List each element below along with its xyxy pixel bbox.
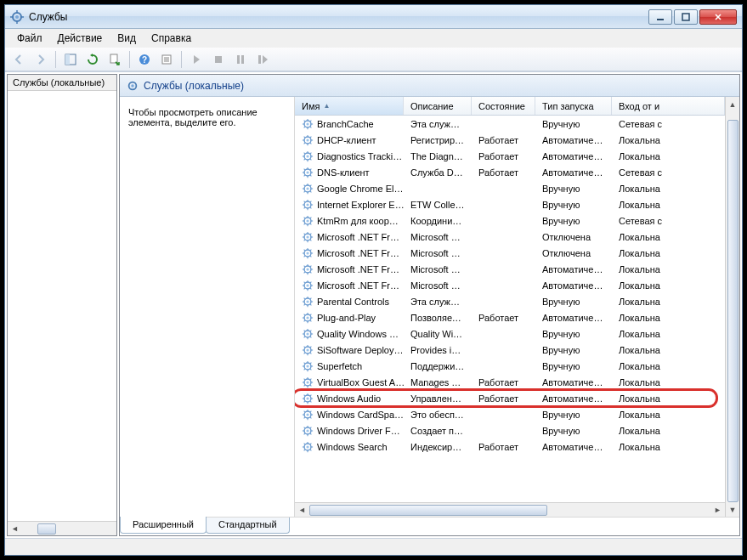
service-row[interactable]: Parental ControlsЭта служб…ВручнуюЛокаль… [295,293,725,309]
service-row[interactable]: DHCP-клиентРегистрир…РаботаетАвтоматиче…… [295,132,725,148]
menu-help[interactable]: Справка [144,31,198,46]
tab-standard[interactable]: Стандартный [206,518,290,534]
svg-line-141 [304,297,305,298]
service-icon [302,231,314,243]
refresh-button[interactable] [82,50,103,69]
service-desc: ETW Colle… [404,200,472,210]
sort-asc-icon: ▲ [323,102,330,110]
properties-button[interactable] [156,50,177,69]
svg-line-171 [304,346,305,347]
service-name: Microsoft .NET Fr… [317,264,399,274]
service-icon [302,199,314,211]
service-row[interactable]: Microsoft .NET Fr…Microsoft …ОтключенаЛо… [295,245,725,261]
tree-hscroll[interactable]: ◄ [8,521,116,535]
service-row[interactable]: Microsoft .NET Fr…Microsoft …ОтключенаЛо… [295,229,725,245]
service-row[interactable]: SuperfetchПоддержи…ВручнуюЛокальна [295,358,725,374]
service-icon [302,312,314,324]
menu-view[interactable]: Вид [110,31,143,46]
detail-pane: Чтобы просмотреть описание элемента, выд… [120,97,294,517]
service-row[interactable]: Windows SearchИндексир…РаботаетАвтоматич… [295,438,725,455]
service-desc: Регистрир… [404,135,472,145]
svg-line-143 [310,297,311,298]
menu-action[interactable]: Действие [51,31,110,46]
service-icon [302,167,314,178]
toolbar: ? [5,48,742,71]
close-button[interactable] [699,9,737,25]
service-row[interactable]: Windows AudioУправлен…РаботаетАвтоматиче… [295,390,725,406]
list-hscroll[interactable]: ◄ ► [295,502,725,517]
svg-line-123 [310,265,311,266]
svg-line-152 [310,320,311,320]
service-desc: Manages V… [404,377,472,387]
svg-line-233 [310,443,311,444]
service-start: Автоматиче… [535,151,612,161]
service-row[interactable]: Quality Windows …Quality Wi…ВручнуюЛокал… [295,325,725,342]
svg-line-74 [304,190,305,191]
service-start: Вручную [535,426,612,436]
svg-line-212 [310,416,311,417]
service-desc: Служба D… [404,167,472,178]
tree-root[interactable]: Службы (локальные) [8,75,116,91]
help-button[interactable]: ? [134,50,155,69]
svg-line-133 [310,281,311,282]
export-button[interactable] [105,50,125,69]
start-service-button [186,50,207,69]
col-state[interactable]: Состояние [472,97,535,115]
titlebar[interactable]: Службы [5,5,742,29]
service-row[interactable]: BranchCacheЭта служб…ВручнуюСетевая с [295,116,725,132]
service-row[interactable]: SiSoftware Deploy…Provides in…ВручнуюЛок… [295,342,725,358]
service-name: Quality Windows … [317,329,399,339]
tab-extended[interactable]: Расширенный [120,517,207,534]
svg-point-66 [306,187,308,189]
svg-line-73 [310,184,311,185]
svg-line-103 [310,233,311,234]
service-logon: Сетевая с [612,216,725,226]
service-row[interactable]: Google Chrome El…ВручнуюЛокальна [295,180,725,196]
service-name: Superfetch [317,361,362,371]
svg-point-36 [306,139,308,141]
col-start[interactable]: Тип запуска [535,97,612,115]
list-vscroll[interactable]: ▲ ▼ [725,97,739,517]
service-row[interactable]: DNS-клиентСлужба D…РаботаетАвтоматиче…Се… [295,164,725,180]
service-row[interactable]: KtmRm для коор…Координи…ВручнуюСетевая с [295,212,725,229]
svg-line-72 [310,190,311,191]
service-row[interactable]: Plug-and-PlayПозволяет…РаботаетАвтоматич… [295,309,725,325]
col-logon[interactable]: Вход от и [612,97,725,115]
show-hide-tree-button[interactable] [60,50,81,69]
svg-line-201 [304,394,305,395]
maximize-button[interactable] [674,9,698,25]
pane-header: Службы (локальные) [120,75,739,97]
service-row[interactable]: Internet Explorer E…ETW Colle…ВручнуюЛок… [295,196,725,212]
service-row[interactable]: Windows CardSpa…Это обесп…ВручнуюЛокальн… [295,406,725,422]
svg-line-122 [310,271,311,272]
svg-point-86 [306,219,308,222]
service-icon [302,150,314,162]
service-name: Plug-and-Play [317,313,376,323]
svg-point-24 [131,84,134,88]
svg-line-61 [304,168,305,169]
service-row[interactable]: Diagnostics Tracki…The Diagn…РаботаетАвт… [295,148,725,164]
minimize-button[interactable] [648,9,672,25]
service-icon [302,425,314,437]
service-state: Работает [472,151,535,161]
svg-line-184 [304,368,305,369]
col-name[interactable]: Имя▲ [295,97,404,115]
service-name: Microsoft .NET Fr… [317,232,399,242]
menu-file[interactable]: Файл [10,31,49,46]
tree-pane: Службы (локальные) ◄ [7,74,117,536]
svg-line-224 [304,433,305,433]
svg-line-44 [304,142,305,143]
back-button [8,50,29,69]
svg-line-53 [310,152,311,153]
service-logon: Сетевая с [612,119,725,129]
svg-point-186 [306,381,308,383]
svg-line-31 [304,120,305,121]
service-start: Автоматиче… [535,377,612,387]
col-desc[interactable]: Описание [404,97,472,115]
service-row[interactable]: Microsoft .NET Fr…Microsoft …Автоматиче…… [295,277,725,293]
service-row[interactable]: Microsoft .NET Fr…Microsoft …Автоматиче…… [295,261,725,277]
service-name: Parental Controls [317,297,389,307]
service-row[interactable]: Windows Driver F…Создает п…ВручнуюЛокаль… [295,422,725,438]
service-row[interactable]: VirtualBox Guest A…Manages V…РаботаетАвт… [295,374,725,390]
svg-line-102 [310,239,311,240]
